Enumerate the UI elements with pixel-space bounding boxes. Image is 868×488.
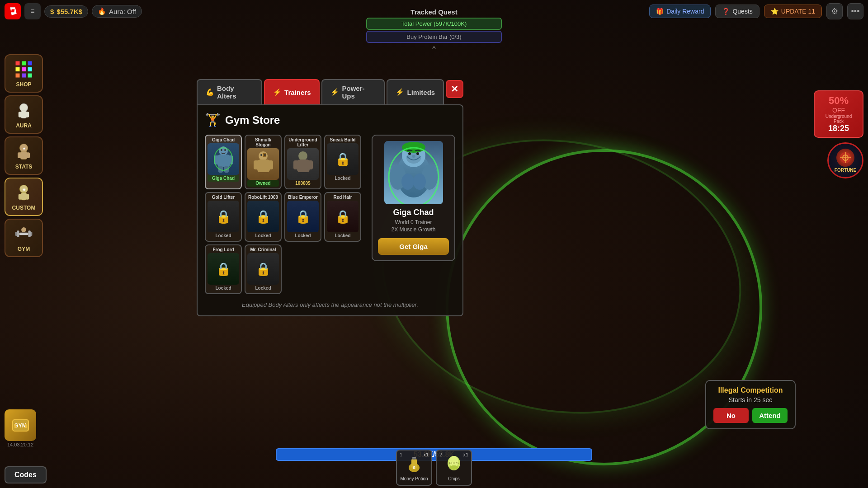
svg-point-45: [260, 154, 262, 156]
store-header-icon: 🏋: [205, 113, 221, 127]
red-hair-name: Red Hair: [327, 195, 359, 200]
shop-label: SHOP: [16, 81, 31, 88]
illegal-no-button[interactable]: No: [713, 408, 749, 423]
fortune-icon: [836, 149, 854, 167]
svg-rect-79: [14, 424, 16, 428]
illegal-buttons: No Attend: [713, 408, 788, 423]
trainer-card-sneak[interactable]: Sneak Build 🔒 Locked: [324, 135, 361, 189]
giga-chad-name: Giga Chad: [208, 137, 239, 142]
sidebar-item-custom[interactable]: ◈ CUSTOM: [5, 178, 43, 216]
sidebar-item-stats[interactable]: ★ STATS: [5, 136, 43, 175]
svg-rect-3: [22, 61, 26, 66]
svg-rect-22: [19, 194, 22, 200]
inventory-slot-1[interactable]: 1 x1 $ Money Potion: [396, 450, 432, 486]
svg-point-57: [412, 155, 415, 158]
limiteds-icon: ⚡: [396, 88, 404, 96]
more-icon: •••: [851, 7, 860, 16]
left-sidebar: SHOP AURA ★ STATS: [5, 54, 43, 257]
svg-rect-6: [22, 67, 26, 71]
gym-icon: [13, 224, 35, 244]
update-button[interactable]: ⭐ UPDATE 11: [764, 5, 822, 18]
svg-point-37: [221, 149, 222, 151]
svg-point-67: [844, 157, 846, 159]
svg-rect-14: [26, 112, 29, 117]
trainer-detail-name: Giga Chad: [378, 208, 449, 217]
trainer-card-red-hair[interactable]: Red Hair 🔒 Locked: [324, 192, 361, 242]
frog-lord-status: Locked: [208, 285, 239, 291]
underground-status: 10000$: [287, 180, 319, 187]
svg-rect-21: [21, 193, 27, 200]
tab-body-alters[interactable]: 💪 Body Alters: [197, 79, 262, 104]
trainer-card-robolift[interactable]: RoboLift 1000 🔒 Locked: [245, 192, 282, 242]
stats-label: STATS: [15, 164, 33, 170]
daily-reward-button[interactable]: 🎁 Daily Reward: [649, 5, 711, 18]
svg-rect-12: [21, 111, 27, 118]
frog-lord-lock-icon: 🔒: [216, 262, 231, 277]
robolift-img: 🔒: [247, 201, 279, 232]
close-button[interactable]: ✕: [446, 80, 463, 98]
quests-button[interactable]: ❓ Quests: [715, 5, 759, 18]
trainer-card-shmulk[interactable]: Shmulk Slogan: [245, 135, 282, 189]
body-alters-label: Body Alters: [217, 84, 253, 100]
quests-label: Quests: [732, 8, 752, 15]
trainer-card-mr-criminal[interactable]: Mr. Criminal 🔒 Locked: [245, 244, 282, 294]
svg-point-11: [20, 103, 28, 112]
svg-rect-16: [20, 151, 27, 160]
slot-1-number: 1: [400, 452, 402, 457]
discount-badge[interactable]: 50% OFF Underground Pack 18:25: [814, 90, 863, 138]
svg-rect-4: [28, 61, 32, 66]
svg-rect-5: [16, 67, 20, 71]
aura-icon: 🔥: [98, 7, 106, 15]
money-display: $ $55.7K$: [44, 5, 88, 18]
svg-rect-28: [28, 230, 30, 237]
svg-rect-10: [28, 74, 32, 78]
svg-rect-29: [19, 233, 28, 235]
power-ups-label: Power-Ups: [342, 84, 376, 100]
roblox-icon[interactable]: [5, 3, 21, 19]
tab-power-ups[interactable]: ⚡ Power-Ups: [321, 79, 385, 104]
sidebar-item-aura[interactable]: AURA: [5, 95, 43, 134]
get-trainer-button[interactable]: Get Giga: [378, 238, 449, 255]
store-title: Gym Store: [225, 114, 280, 127]
svg-point-46: [264, 154, 266, 156]
quest-chevron-icon[interactable]: ^: [432, 45, 436, 54]
top-bar-left: ≡ $ $55.7K$ 🔥 Aura: Off: [5, 3, 142, 19]
illegal-attend-button[interactable]: Attend: [752, 408, 788, 423]
svg-point-71: [412, 458, 416, 460]
trainer-card-underground[interactable]: Underground Lifter 10000$: [284, 135, 321, 189]
giga-chad-img: [208, 143, 239, 175]
aura-display[interactable]: 🔥 Aura: Off: [92, 5, 142, 18]
settings-button[interactable]: ⚙: [826, 3, 843, 19]
trainers-label: Trainers: [284, 89, 311, 96]
sidebar-item-shop[interactable]: SHOP: [5, 54, 43, 93]
robolift-name: RoboLift 1000: [247, 195, 279, 200]
svg-marker-1: [11, 9, 15, 13]
sneak-status: Locked: [327, 175, 359, 182]
trainer-card-gold[interactable]: Gold Lifter 🔒 Locked: [205, 192, 242, 242]
svg-text:◈: ◈: [22, 188, 26, 192]
quest-tracker: Tracked Quest Total Power (597K/100K) Bu…: [362, 8, 506, 54]
tab-limiteds[interactable]: ⚡ Limiteds: [387, 79, 444, 104]
slot-1-name: Money Potion: [400, 476, 428, 481]
tab-trainers[interactable]: ⚡ Trainers: [264, 79, 320, 104]
fortune-button[interactable]: FORTUNE: [827, 142, 863, 178]
svg-rect-49: [293, 160, 299, 169]
discount-timer: 18:25: [820, 124, 857, 133]
mr-criminal-img: 🔒: [247, 253, 279, 285]
trainer-card-giga-chad[interactable]: Giga Chad: [205, 135, 242, 189]
gym-pass-icon[interactable]: GYM: [5, 409, 36, 441]
menu-icon[interactable]: ≡: [24, 3, 41, 19]
frog-lord-img: 🔒: [208, 253, 239, 285]
trainer-card-frog-lord[interactable]: Frog Lord 🔒 Locked: [205, 244, 242, 294]
sidebar-item-gym[interactable]: GYM: [5, 219, 43, 257]
more-button[interactable]: •••: [847, 3, 863, 19]
stats-icon: ★: [13, 141, 35, 162]
svg-point-60: [401, 174, 414, 190]
codes-button[interactable]: Codes: [5, 466, 47, 483]
slot-1-qty: x1: [423, 452, 429, 457]
red-hair-img: 🔒: [327, 201, 359, 232]
blue-emperor-name: Blue Emperor: [287, 195, 319, 200]
red-hair-status: Locked: [327, 232, 359, 239]
inventory-slot-2[interactable]: 2 x1 CHIPS Chips: [436, 450, 472, 486]
trainer-card-blue-emperor[interactable]: Blue Emperor 🔒 Locked: [284, 192, 321, 242]
